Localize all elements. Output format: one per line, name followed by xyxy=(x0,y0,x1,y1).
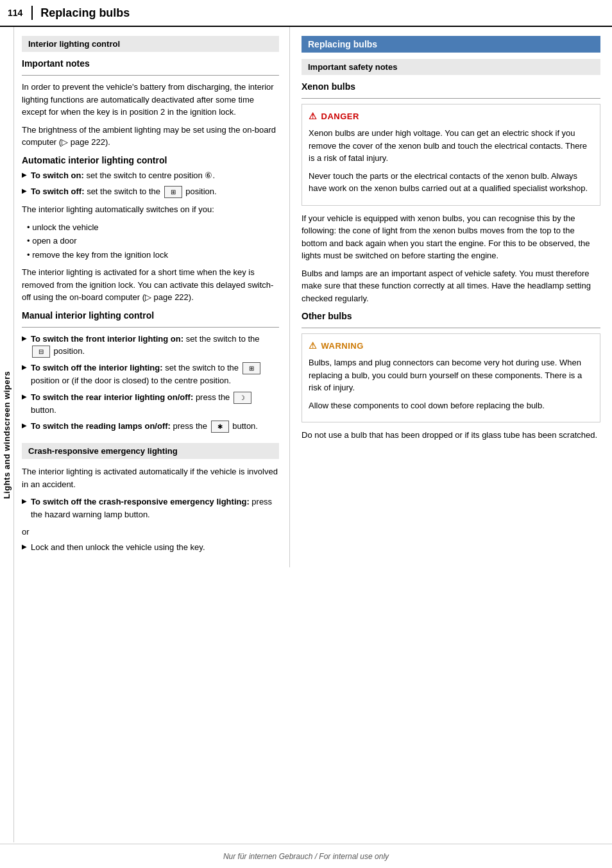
crash-box: Crash-responsive emergency lighting xyxy=(22,443,279,459)
crash-list-2: ▶ Lock and then unlock the vehicle using… xyxy=(22,541,279,554)
automatic-bullets: unlock the vehicle open a door remove th… xyxy=(27,221,279,262)
warning-para2: Allow these components to cool down befo… xyxy=(309,399,593,412)
manual-list: ▶ To switch the front interior lighting … xyxy=(22,333,279,433)
automatic-list: ▶ To switch on: set the switch to centre… xyxy=(22,169,279,199)
danger-para1: Xenon bulbs are under high voltage. You … xyxy=(309,127,593,165)
danger-para2: Never touch the parts or the electrical … xyxy=(309,170,593,195)
bullet-door: open a door xyxy=(27,235,279,247)
manual-item-2: ▶ To switch off the interior lighting: s… xyxy=(22,362,279,387)
automatic-para: The interior lighting automatically swit… xyxy=(22,203,279,216)
side-label-text: Lights and windscreen wipers xyxy=(2,371,12,499)
page-title: Replacing bulbs xyxy=(40,6,130,20)
switch-icon-front: ⊟ xyxy=(32,346,50,358)
rear-button-icon: ☽ xyxy=(234,392,251,404)
other-bulbs-heading: Other bulbs xyxy=(302,311,600,321)
automatic-item-1: ▶ To switch on: set the switch to centre… xyxy=(22,169,279,182)
danger-triangle-icon: ⚠ xyxy=(309,110,318,123)
crash-item-2-text: Lock and then unlock the vehicle using t… xyxy=(31,541,205,554)
important-safety-box: Important safety notes xyxy=(302,59,600,75)
warning-para1: Bulbs, lamps and plug connectors can bec… xyxy=(309,356,593,394)
danger-box: ⚠ DANGER Xenon bulbs are under high volt… xyxy=(302,104,600,206)
switch-icon-off2: ⊞ xyxy=(242,362,260,374)
replacing-bulbs-box: Replacing bulbs xyxy=(302,36,600,53)
other-para: Do not use a bulb that has been dropped … xyxy=(302,429,600,442)
footer: Nur für internen Gebrauch / For internal… xyxy=(0,844,612,868)
crash-item-2: ▶ Lock and then unlock the vehicle using… xyxy=(22,541,279,554)
xenon-para2: Bulbs and lamps are an important aspect … xyxy=(302,267,600,305)
manual-divider xyxy=(22,327,279,328)
manual-item-1: ▶ To switch the front interior lighting … xyxy=(22,333,279,358)
manual-item-2-text: To switch off the interior lighting: set… xyxy=(31,362,279,387)
important-notes-para1: In order to prevent the vehicle's batter… xyxy=(22,81,279,119)
automatic-para2: The interior lighting is activated for a… xyxy=(22,266,279,304)
warning-label: WARNING xyxy=(321,340,364,353)
automatic-item-2-text: To switch off: set the switch to the ⊞ p… xyxy=(31,185,217,198)
bullet-unlock: unlock the vehicle xyxy=(27,221,279,234)
warning-triangle-icon: ⚠ xyxy=(309,339,318,353)
crash-item-1: ▶ To switch off the crash-responsive eme… xyxy=(22,496,279,521)
crash-item-1-text: To switch off the crash-responsive emerg… xyxy=(31,496,279,521)
switch-icon-off: ⊞ xyxy=(164,186,182,198)
automatic-heading: Automatic interior lighting control xyxy=(22,155,279,165)
footer-text: Nur für internen Gebrauch / For internal… xyxy=(223,852,389,861)
side-label: Lights and windscreen wipers xyxy=(0,27,14,842)
interior-lighting-box: Interior lighting control xyxy=(22,36,279,52)
reading-button-icon: ✱ xyxy=(211,421,229,433)
danger-label: DANGER xyxy=(321,110,359,123)
xenon-heading: Xenon bulbs xyxy=(302,81,600,92)
bullet-key: remove the key from the ignition lock xyxy=(27,249,279,262)
content-wrapper: Interior lighting control Important note… xyxy=(14,27,612,593)
top-header: 114 Replacing bulbs xyxy=(0,0,612,27)
arrow-icon-m2: ▶ xyxy=(22,362,27,372)
arrow-icon-m3: ▶ xyxy=(22,392,27,401)
manual-item-4: ▶ To switch the reading lamps on/off: pr… xyxy=(22,420,279,433)
arrow-icon-m4: ▶ xyxy=(22,421,27,430)
right-column: Replacing bulbs Important safety notes X… xyxy=(290,27,611,567)
manual-item-4-text: To switch the reading lamps on/off: pres… xyxy=(31,420,258,433)
crash-list: ▶ To switch off the crash-responsive eme… xyxy=(22,496,279,521)
automatic-item-1-text: To switch on: set the switch to centre p… xyxy=(31,169,215,182)
or-text: or xyxy=(22,526,279,538)
important-notes-heading: Important notes xyxy=(22,58,279,69)
arrow-icon-c1: ▶ xyxy=(22,496,27,506)
arrow-icon-1: ▶ xyxy=(22,170,27,179)
manual-item-3-text: To switch the rear interior lighting on/… xyxy=(31,391,279,417)
left-column: Interior lighting control Important note… xyxy=(14,27,290,567)
page-number: 114 xyxy=(8,8,22,18)
xenon-para1: If your vehicle is equipped with xenon b… xyxy=(302,212,600,262)
manual-heading: Manual interior lighting control xyxy=(22,310,279,321)
arrow-icon-2: ▶ xyxy=(22,186,27,196)
arrow-icon-c2: ▶ xyxy=(22,542,27,551)
arrow-icon-m1: ▶ xyxy=(22,333,27,343)
crash-para: The interior lighting is activated autom… xyxy=(22,465,279,490)
important-notes-divider xyxy=(22,75,279,76)
warning-box: ⚠ WARNING Bulbs, lamps and plug connecto… xyxy=(302,333,600,422)
important-notes-para2: The brightness of the ambient lighting m… xyxy=(22,124,279,149)
manual-item-3: ▶ To switch the rear interior lighting o… xyxy=(22,391,279,417)
xenon-divider xyxy=(302,98,600,99)
warning-header: ⚠ WARNING xyxy=(309,339,593,353)
danger-header: ⚠ DANGER xyxy=(309,110,593,123)
automatic-item-2: ▶ To switch off: set the switch to the ⊞… xyxy=(22,185,279,198)
other-divider xyxy=(302,328,600,328)
manual-item-1-text: To switch the front interior lighting on… xyxy=(31,333,279,358)
